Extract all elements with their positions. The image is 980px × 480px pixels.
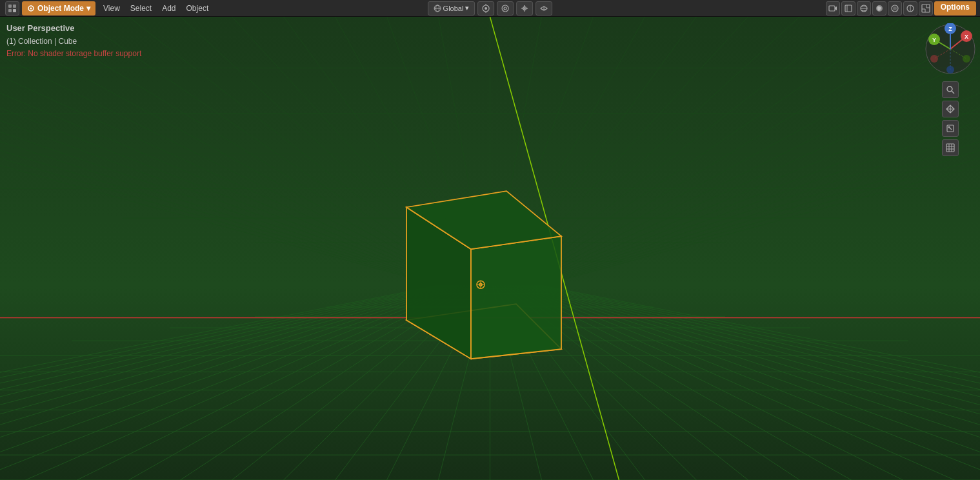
topbar: Object Mode ▾ View Select Add Object Glo…: [0, 0, 980, 17]
svg-point-52: [963, 55, 970, 63]
svg-point-53: [946, 66, 954, 74]
svg-point-54: [947, 86, 952, 92]
right-sidebar: X Y Z: [925, 23, 976, 156]
svg-rect-1: [13, 5, 16, 8]
icon-btn-1[interactable]: [5, 1, 19, 15]
viewport-shading-material[interactable]: [888, 1, 902, 15]
svg-line-55: [952, 91, 954, 94]
svg-rect-63: [946, 144, 954, 152]
svg-point-13: [502, 5, 508, 12]
svg-text:Y: Y: [932, 37, 936, 43]
svg-point-10: [485, 7, 487, 10]
render-icon-btn[interactable]: [841, 1, 855, 15]
menu-select[interactable]: Select: [125, 1, 157, 15]
mode-chevron: ▾: [86, 4, 90, 13]
svg-text:X: X: [965, 34, 968, 40]
viewport[interactable]: User Perspective (1) Collection | Cube E…: [0, 17, 980, 480]
svg-point-14: [504, 7, 506, 10]
magnify-tool[interactable]: [942, 81, 959, 98]
cube-object: [368, 130, 613, 377]
svg-point-5: [30, 7, 32, 9]
svg-point-58: [948, 126, 950, 128]
global-label: Global: [443, 5, 464, 12]
fullscreen-btn[interactable]: [919, 1, 933, 15]
header-icons-left: [5, 1, 19, 15]
zoom-region-tool[interactable]: [942, 120, 959, 137]
svg-point-51: [930, 55, 938, 63]
global-btn[interactable]: Global ▾: [428, 1, 475, 15]
svg-rect-20: [845, 5, 852, 12]
svg-marker-32: [471, 236, 561, 359]
svg-rect-29: [922, 5, 930, 12]
pan-tool[interactable]: [942, 101, 959, 117]
snap-type-btn[interactable]: [516, 1, 533, 15]
svg-rect-3: [13, 9, 16, 12]
svg-text:Z: Z: [948, 26, 952, 32]
menu-view[interactable]: View: [98, 1, 125, 15]
snap-toggle[interactable]: [477, 1, 494, 15]
cube-svg: [368, 130, 613, 375]
svg-rect-0: [8, 5, 12, 8]
overlay-btn[interactable]: [535, 1, 552, 15]
scene-icon-btn[interactable]: [857, 1, 871, 15]
viewport-shading-rendered[interactable]: [903, 1, 917, 15]
toggle-grid-tool[interactable]: [942, 139, 959, 156]
options-button[interactable]: Options: [934, 1, 976, 15]
right-controls: Options: [826, 1, 980, 15]
viewport-shading-solid[interactable]: [872, 1, 886, 15]
svg-rect-19: [829, 6, 835, 11]
svg-point-26: [893, 6, 897, 10]
nav-gizmo[interactable]: X Y Z: [925, 23, 976, 75]
svg-rect-2: [8, 9, 12, 12]
center-controls: Global ▾: [428, 1, 553, 15]
mode-selector[interactable]: Object Mode ▾: [22, 1, 95, 15]
menu-object[interactable]: Object: [181, 1, 214, 15]
mode-label: Object Mode: [37, 4, 84, 13]
menu-add[interactable]: Add: [157, 1, 181, 15]
proportional-edit-btn[interactable]: [497, 1, 514, 15]
camera-icon-btn[interactable]: [826, 1, 840, 15]
